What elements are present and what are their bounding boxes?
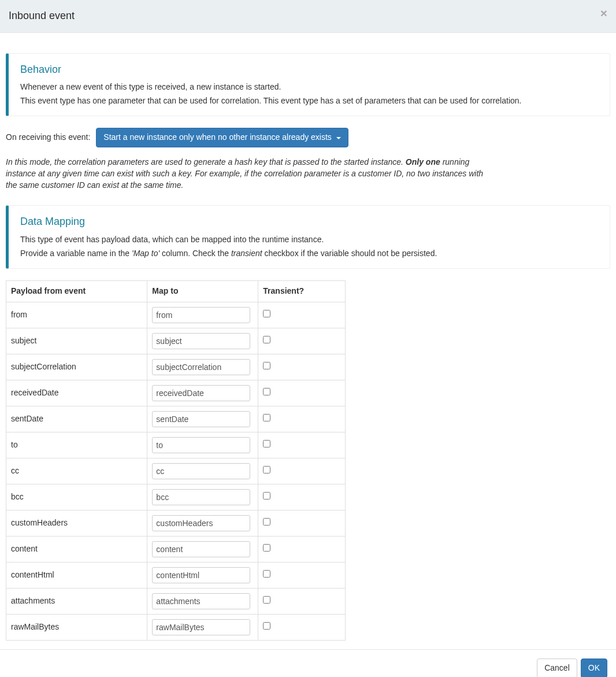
transient-cell [258, 510, 346, 537]
modal-header: Inbound event × [0, 0, 616, 33]
mapto-input[interactable] [152, 333, 250, 349]
payload-cell: cc [6, 458, 147, 484]
transient-cell [258, 354, 346, 380]
transient-cell [258, 432, 346, 458]
receive-label: On receiving this event: [6, 132, 90, 143]
transient-cell [258, 328, 346, 354]
mapto-input[interactable] [152, 567, 250, 583]
transient-checkbox[interactable] [263, 440, 270, 447]
dm-l2-post: checkbox if the variable should not be p… [262, 249, 437, 258]
mapto-input[interactable] [152, 515, 250, 531]
transient-cell [258, 589, 346, 615]
transient-checkbox[interactable] [263, 622, 270, 630]
mapto-cell [147, 380, 258, 406]
dm-l2-em1: 'Map to' [132, 249, 159, 258]
table-row: from [6, 302, 346, 328]
mapto-input[interactable] [152, 463, 250, 479]
transient-cell [258, 537, 346, 563]
payload-cell: from [6, 302, 147, 328]
receive-mode-selected: Start a new instance only when no other … [103, 132, 332, 142]
transient-checkbox[interactable] [263, 388, 270, 395]
mapto-cell [147, 615, 258, 641]
transient-checkbox[interactable] [263, 492, 270, 500]
payload-cell: receivedDate [6, 380, 147, 406]
datamapping-callout: Data Mapping This type of event has payl… [6, 205, 610, 269]
payload-cell: contentHtml [6, 563, 147, 589]
payload-cell: sentDate [6, 406, 147, 432]
payload-cell: customHeaders [6, 510, 147, 537]
payload-cell: subject [6, 328, 147, 354]
transient-checkbox[interactable] [263, 544, 270, 552]
transient-checkbox[interactable] [263, 518, 270, 526]
transient-cell [258, 406, 346, 432]
table-row: rawMailBytes [6, 615, 346, 641]
mapto-input[interactable] [152, 437, 250, 453]
mapto-input[interactable] [152, 411, 250, 427]
table-row: content [6, 537, 346, 563]
behavior-heading: Behavior [20, 62, 598, 77]
transient-checkbox[interactable] [263, 310, 270, 317]
transient-checkbox[interactable] [263, 570, 270, 578]
payload-cell: to [6, 432, 147, 458]
table-row: cc [6, 458, 346, 484]
transient-cell [258, 563, 346, 589]
mapto-cell [147, 354, 258, 380]
transient-checkbox[interactable] [263, 466, 270, 473]
mapto-input[interactable] [152, 489, 250, 505]
table-row: subjectCorrelation [6, 354, 346, 380]
transient-checkbox[interactable] [263, 336, 270, 343]
mapto-cell [147, 432, 258, 458]
behavior-callout: Behavior Whenever a new event of this ty… [6, 53, 610, 117]
cancel-button[interactable]: Cancel [537, 658, 577, 677]
th-mapto: Map to [147, 281, 258, 302]
close-icon: × [600, 6, 607, 20]
dm-l2-pre: Provide a variable name in the [20, 249, 132, 258]
datamapping-line-1: This type of event has payload data, whi… [20, 234, 598, 246]
close-button[interactable]: × [600, 7, 607, 19]
dm-l2-mid: column. Check the [159, 249, 231, 258]
table-row: attachments [6, 589, 346, 615]
mapto-cell [147, 510, 258, 537]
modal-title: Inbound event [9, 9, 607, 24]
mapto-cell [147, 406, 258, 432]
modal-footer: Cancel OK [0, 649, 616, 677]
table-row: receivedDate [6, 380, 346, 406]
mapto-cell [147, 537, 258, 563]
mode-description: In this mode, the correlation parameters… [6, 156, 485, 191]
mapto-input[interactable] [152, 619, 250, 635]
table-row: sentDate [6, 406, 346, 432]
transient-checkbox[interactable] [263, 414, 270, 421]
mapto-cell [147, 302, 258, 328]
mapto-cell [147, 563, 258, 589]
table-row: subject [6, 328, 346, 354]
payload-cell: rawMailBytes [6, 615, 147, 641]
behavior-line-1: Whenever a new event of this type is rec… [20, 82, 598, 93]
mapping-table: Payload from event Map to Transient? fro… [6, 280, 346, 641]
table-row: bcc [6, 484, 346, 510]
table-row: contentHtml [6, 563, 346, 589]
mapto-input[interactable] [152, 385, 250, 401]
transient-checkbox[interactable] [263, 596, 270, 604]
transient-cell [258, 484, 346, 510]
dm-l2-em2: transient [231, 249, 262, 258]
caret-down-icon [336, 137, 341, 139]
behavior-line-2: This event type has one parameter that c… [20, 95, 598, 107]
transient-checkbox[interactable] [263, 362, 270, 369]
ok-button[interactable]: OK [581, 658, 607, 677]
payload-cell: bcc [6, 484, 147, 510]
mapto-input[interactable] [152, 593, 250, 609]
mapto-input[interactable] [152, 359, 250, 375]
receive-mode-dropdown[interactable]: Start a new instance only when no other … [96, 128, 348, 147]
th-transient: Transient? [258, 281, 346, 302]
transient-cell [258, 380, 346, 406]
mode-desc-pre: In this mode, the correlation parameters… [6, 157, 406, 167]
transient-cell [258, 302, 346, 328]
th-payload: Payload from event [6, 281, 147, 302]
mapto-input[interactable] [152, 541, 250, 557]
transient-cell [258, 615, 346, 641]
mapto-cell [147, 589, 258, 615]
datamapping-heading: Data Mapping [20, 214, 598, 230]
table-header-row: Payload from event Map to Transient? [6, 281, 346, 302]
modal-body: Behavior Whenever a new event of this ty… [0, 33, 616, 649]
mapto-input[interactable] [152, 307, 250, 323]
